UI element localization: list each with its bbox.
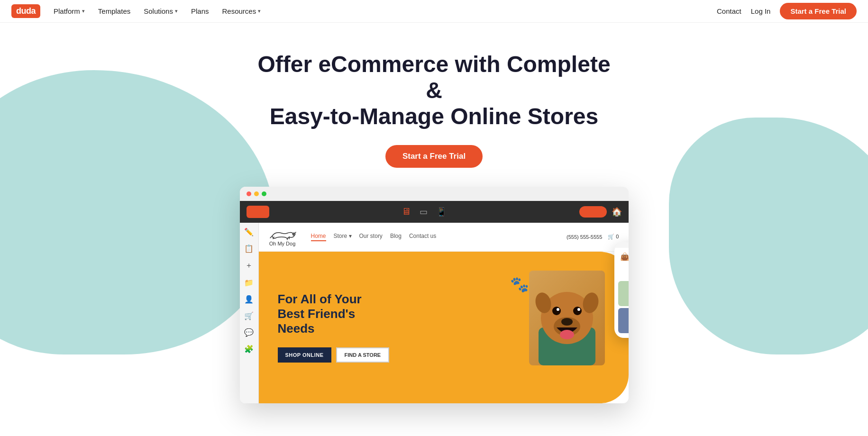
- main-nav: duda Platform ▾ Templates Solutions ▾ Pl…: [0, 0, 868, 23]
- nav-cta-button[interactable]: Start a Free Trial: [780, 3, 857, 19]
- nav-templates[interactable]: Templates: [98, 7, 130, 15]
- mobile-overlay: 👜 Oh My Dog: [614, 242, 629, 338]
- solutions-chevron: ▾: [175, 8, 178, 14]
- sidebar-person-icon[interactable]: 👤: [244, 295, 254, 304]
- mobile-categories: ⚽ Play Walk: [614, 281, 629, 333]
- site-nav-home[interactable]: Home: [311, 233, 326, 241]
- svg-point-8: [557, 308, 559, 311]
- mobile-bag-icon: 👜: [620, 252, 629, 261]
- site-hero: For All of Your Best Friend's Needs SHOP…: [259, 252, 629, 403]
- sidebar-chat-icon[interactable]: 💬: [244, 328, 254, 337]
- toolbar-logo-pill: [247, 206, 269, 218]
- nav-links: Platform ▾ Templates Solutions ▾ Plans R…: [54, 7, 717, 15]
- site-nav-contact[interactable]: Contact us: [409, 233, 436, 241]
- nav-contact[interactable]: Contact: [717, 7, 741, 15]
- hero-section: Offer eCommerce with Complete & Easy-to-…: [0, 23, 868, 187]
- site-phone: (555) 555-5555: [566, 234, 602, 240]
- toolbar-home-icon[interactable]: 🏠: [612, 207, 622, 217]
- resources-chevron: ▾: [258, 8, 261, 14]
- svg-point-5: [560, 330, 574, 339]
- sidebar-edit-icon[interactable]: ✏️: [244, 227, 254, 236]
- nav-right: Contact Log In Start a Free Trial: [717, 3, 857, 19]
- paw-icon: 🐾: [510, 275, 529, 293]
- nav-login[interactable]: Log In: [751, 7, 771, 15]
- svg-point-6: [552, 307, 561, 315]
- platform-chevron: ▾: [82, 8, 85, 14]
- nav-resources[interactable]: Resources ▾: [222, 7, 261, 15]
- browser-window: 🖥 ▭ 📱 🏠 ✏️ 📋 ＋ �: [240, 187, 629, 403]
- window-dot-red: [247, 191, 251, 196]
- browser-titlebar: [240, 187, 629, 201]
- browser-mockup-section: 🖥 ▭ 📱 🏠 ✏️ 📋 ＋ �: [0, 187, 868, 403]
- site-logo-area: Oh My Dog: [268, 227, 297, 246]
- toolbar-right: 🏠: [579, 206, 622, 218]
- sidebar-cart-icon[interactable]: 🛒: [244, 311, 254, 320]
- sidebar-add-icon[interactable]: ＋: [245, 261, 253, 271]
- nav-platform[interactable]: Platform ▾: [54, 7, 85, 15]
- site-nav: Oh My Dog Home Store ▾ Our story Blog Co…: [259, 223, 629, 252]
- hero-cta-button[interactable]: Start a Free Trial: [385, 145, 483, 168]
- duda-logo[interactable]: duda: [11, 4, 40, 18]
- site-hero-buttons: SHOP ONLINE FIND A STORE: [278, 347, 515, 363]
- toolbar-center: 🖥 ▭ 📱: [277, 206, 572, 217]
- site-content: ✏️ 📋 ＋ 📁 👤 🛒 💬 🧩: [240, 223, 629, 403]
- mobile-category-title: Choose a Category: [614, 265, 629, 281]
- site-nav-story[interactable]: Our story: [359, 233, 383, 241]
- find-store-button[interactable]: FIND A STORE: [336, 347, 390, 363]
- site-cart[interactable]: 🛒 0: [608, 234, 619, 240]
- hero-title: Offer eCommerce with Complete & Easy-to-…: [249, 51, 619, 130]
- svg-point-4: [561, 318, 573, 326]
- site-nav-links: Home Store ▾ Our story Blog Contact us: [311, 233, 557, 241]
- svg-point-7: [573, 307, 582, 315]
- site-hero-image: 🐾: [515, 271, 610, 384]
- sidebar-copy-icon[interactable]: 📋: [244, 244, 254, 253]
- site-nav-blog[interactable]: Blog: [390, 233, 402, 241]
- site-nav-store[interactable]: Store ▾: [334, 233, 352, 241]
- site-hero-title: For All of Your Best Friend's Needs: [278, 292, 515, 336]
- window-dot-green: [262, 191, 266, 196]
- site-sidebar: ✏️ 📋 ＋ 📁 👤 🛒 💬 🧩: [240, 223, 259, 403]
- site-logo-text: Oh My Dog: [269, 241, 296, 246]
- sidebar-folder-icon[interactable]: 📁: [244, 278, 254, 287]
- site-hero-content: For All of Your Best Friend's Needs SHOP…: [278, 292, 515, 363]
- dog-photo: [529, 271, 605, 365]
- mobile-header: 👜 Oh My Dog: [614, 248, 629, 265]
- site-nav-right: (555) 555-5555 🛒 0: [566, 234, 619, 240]
- site-logo-svg: [268, 227, 297, 241]
- nav-solutions[interactable]: Solutions ▾: [144, 7, 178, 15]
- toolbar-desktop-icon[interactable]: 🖥: [402, 206, 411, 217]
- sidebar-puzzle-icon[interactable]: 🧩: [244, 345, 254, 354]
- nav-plans[interactable]: Plans: [191, 7, 209, 15]
- editor-toolbar: 🖥 ▭ 📱 🏠: [240, 201, 629, 223]
- toolbar-publish-btn[interactable]: [579, 206, 607, 218]
- page-content: Offer eCommerce with Complete & Easy-to-…: [0, 23, 868, 403]
- shop-online-button[interactable]: SHOP ONLINE: [278, 347, 331, 363]
- toolbar-tablet-icon[interactable]: ▭: [420, 207, 428, 217]
- window-dot-yellow: [254, 191, 259, 196]
- site-page: Oh My Dog Home Store ▾ Our story Blog Co…: [259, 223, 629, 403]
- svg-point-9: [577, 308, 580, 311]
- site-hero-wrapper: For All of Your Best Friend's Needs SHOP…: [259, 252, 629, 403]
- toolbar-mobile-icon[interactable]: 📱: [436, 207, 447, 217]
- category-play[interactable]: ⚽ Play: [618, 281, 629, 306]
- category-eat[interactable]: 🦴 Eat: [618, 308, 629, 333]
